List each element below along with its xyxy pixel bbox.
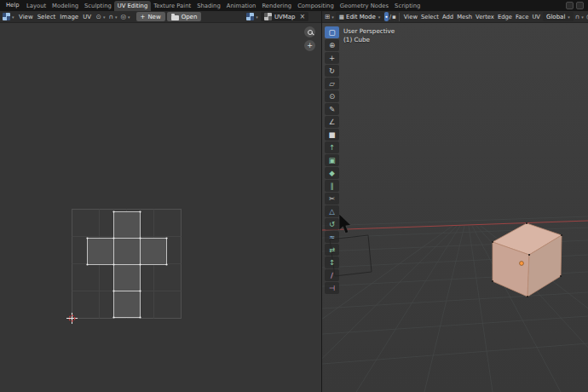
viewport-pane: ⊞ ▾ ▦ Edit Mode ▾ ∙ ∕ ▪ ViewSelectAddMes… — [322, 11, 588, 392]
mode-dropdown[interactable]: ▦ Edit Mode ▾ — [336, 12, 384, 21]
chevron-down-icon: ▾ — [256, 14, 258, 20]
workspace-tab-layout[interactable]: Layout — [24, 1, 49, 11]
proportional-icon: ◎ — [120, 13, 126, 20]
snapping-dropdown[interactable]: ∩ ▾ — [574, 13, 585, 20]
orientation-dropdown[interactable]: Global ▾ — [543, 12, 574, 21]
tool-button-shear[interactable]: ∕ — [325, 269, 339, 281]
cube-icon: ▦ — [339, 14, 344, 20]
viewport-menubar: ViewSelectAddMeshVertexEdgeFaceUV — [402, 14, 542, 20]
uv-editor-menubar: ViewSelectImageUV — [17, 14, 94, 20]
zoom-gizmo[interactable] — [304, 26, 315, 37]
chevron-down-icon: ▾ — [568, 14, 570, 20]
tool-button-bevel[interactable]: ◆ — [325, 167, 339, 179]
browse-image-button[interactable]: ▾ — [245, 13, 259, 20]
tool-button-scale[interactable]: ▱ — [325, 78, 339, 89]
viewport-editor-icon: ⊞ — [325, 13, 330, 20]
tool-button-smooth[interactable]: ≈ — [325, 231, 339, 243]
workspace-tab-animation[interactable]: Animation — [223, 1, 259, 11]
magnifier-icon — [308, 30, 313, 35]
workspace-tab-shading[interactable]: Shading — [194, 1, 224, 11]
folder-icon — [171, 15, 179, 20]
snapping-dropdown[interactable]: ∩ ▾ — [107, 13, 118, 20]
tool-button-spin[interactable]: ↺ — [325, 218, 339, 230]
workspace-tab-compositing[interactable]: Compositing — [295, 1, 337, 11]
magnet-icon: ∩ — [575, 13, 580, 20]
tool-button-poly-build[interactable]: △ — [325, 205, 339, 217]
menu-item[interactable]: View — [402, 14, 419, 20]
tool-button-rotate[interactable]: ↻ — [325, 65, 339, 77]
viewport-header: ⊞ ▾ ▦ Edit Mode ▾ ∙ ∕ ▪ ViewSelectAddMes… — [322, 11, 588, 23]
tool-button-extrude-region[interactable]: ↑ — [325, 141, 339, 153]
menu-item[interactable]: Image — [58, 14, 81, 20]
open-image-button[interactable]: Open — [167, 12, 202, 21]
menu-item[interactable]: UV — [530, 14, 542, 20]
view-layer-icon[interactable] — [576, 2, 584, 9]
open-image-label: Open — [182, 14, 198, 20]
uv-face — [114, 239, 141, 265]
scene-icon[interactable] — [566, 2, 574, 9]
new-image-button[interactable]: + New — [136, 12, 165, 21]
view-perspective-label: User Perspective — [343, 27, 395, 36]
menu-item[interactable]: Mesh — [455, 14, 474, 20]
topbar-right — [566, 2, 585, 9]
pivot-dropdown[interactable]: ⊙ ▾ — [95, 13, 107, 20]
proportional-editing-dropdown[interactable]: ◎ ▾ — [119, 13, 130, 20]
workspace-tab-uv-editing[interactable]: UV Editing — [114, 1, 150, 11]
tool-button-add-cube[interactable]: ■ — [325, 129, 339, 141]
menu-item[interactable]: Add — [441, 14, 455, 20]
menu-item[interactable]: UV — [81, 14, 94, 20]
uv-map-field[interactable]: UVMap × — [261, 12, 308, 21]
viewport-editor-type-button[interactable]: ⊞ ▾ — [324, 13, 335, 20]
image-browse-icon — [246, 13, 254, 20]
pan-gizmo[interactable]: + — [304, 40, 315, 51]
workspace-tab-texture-paint[interactable]: Texture Paint — [151, 1, 194, 11]
workspace-tab-rendering[interactable]: Rendering — [259, 1, 295, 11]
mode-label: Edit Mode — [346, 14, 376, 20]
new-image-label: New — [147, 14, 160, 20]
workspace-tab-scripting[interactable]: Scripting — [392, 1, 424, 11]
tool-button-move[interactable]: + — [325, 52, 339, 64]
tool-button-measure[interactable]: ∠ — [325, 116, 339, 128]
edge-select-mode-button[interactable]: ∕ — [389, 12, 391, 21]
tool-button-rip-region[interactable]: ⊣ — [325, 282, 339, 294]
viewport-scene-svg[interactable] — [322, 23, 588, 392]
menu-item[interactable]: Edge — [496, 14, 514, 20]
unlink-uv-map-button[interactable]: × — [298, 13, 306, 20]
uv-map-name: UVMap — [274, 14, 296, 20]
tool-button-knife[interactable]: ✂ — [325, 193, 339, 205]
uv-face — [114, 291, 141, 318]
vertex-select-mode-button[interactable]: ∙ — [384, 12, 388, 21]
tool-button-edge-slide[interactable]: ⇄ — [325, 244, 339, 256]
uv-editor-canvas[interactable]: + — [0, 23, 321, 392]
menu-item[interactable]: Vertex — [474, 14, 496, 20]
menu-item[interactable]: Select — [419, 14, 441, 20]
uv-editor-pane: ▾ ViewSelectImageUV ⊙ ▾ ∩ ▾ ◎ ▾ + New — [0, 11, 322, 392]
tool-button-inset-faces[interactable]: ▣ — [325, 154, 339, 166]
help-menu[interactable]: Help — [3, 0, 23, 11]
tool-button-shrink-fatten[interactable]: ↕ — [325, 257, 339, 268]
tool-button-annotate[interactable]: ✎ — [325, 103, 339, 115]
workspace-tab-geometry-nodes[interactable]: Geometry Nodes — [337, 1, 391, 11]
tool-button-transform[interactable]: ⊙ — [325, 90, 339, 102]
tool-button-loop-cut[interactable]: ∥ — [325, 180, 339, 192]
menu-item[interactable]: View — [17, 14, 36, 20]
magnet-icon: ∩ — [108, 13, 113, 20]
viewport-canvas[interactable]: ▢⊕+↻▱⊙✎∠■↑▣◆∥✂△↺≈⇄↕∕⊣ User Perspective (… — [322, 23, 588, 392]
x-axis-line — [322, 221, 588, 230]
menu-item[interactable]: Select — [35, 14, 58, 20]
workspace-tab-sculpting[interactable]: Sculpting — [82, 1, 115, 11]
face-select-mode-button[interactable]: ▪ — [392, 12, 396, 21]
uv-face — [88, 239, 114, 265]
chevron-down-icon: ▾ — [581, 14, 584, 20]
viewport-overlay-text: User Perspective (1) Cube — [343, 27, 395, 44]
tool-button-cursor[interactable]: ⊕ — [325, 39, 339, 51]
workspace-tab-modeling[interactable]: Modeling — [49, 1, 82, 11]
menu-item[interactable]: Face — [514, 14, 530, 20]
uv-editor-header: ▾ ViewSelectImageUV ⊙ ▾ ∩ ▾ ◎ ▾ + New — [0, 11, 321, 23]
chevron-down-icon: ▾ — [115, 14, 118, 20]
cube-mesh[interactable] — [493, 223, 562, 297]
uv-canvas-svg[interactable] — [0, 23, 321, 392]
uv-editor-type-button[interactable]: ▾ — [2, 13, 15, 20]
tool-button-select-box[interactable]: ▢ — [325, 26, 339, 38]
pan-icon: + — [307, 42, 313, 49]
